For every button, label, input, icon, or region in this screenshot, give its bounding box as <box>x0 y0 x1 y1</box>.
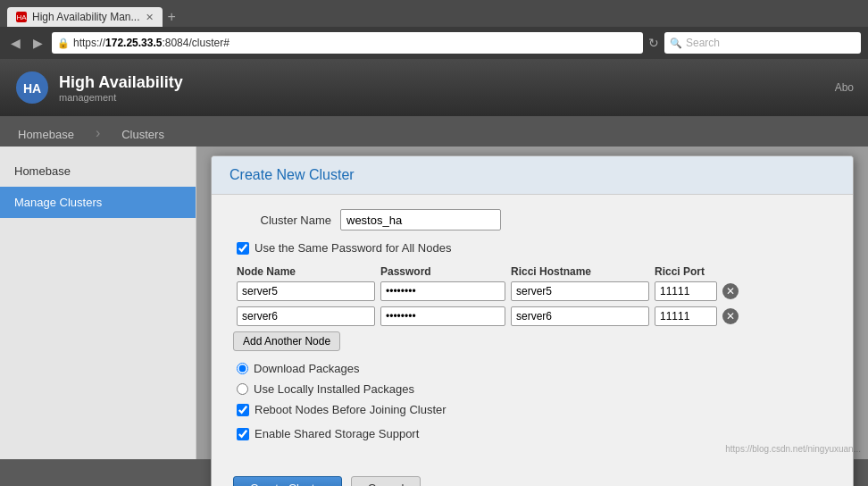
nav-tab-divider: › <box>92 120 104 147</box>
cluster-name-input[interactable] <box>340 209 501 230</box>
create-cluster-button[interactable]: Create Cluster <box>233 476 342 486</box>
same-password-checkbox[interactable] <box>237 242 249 255</box>
node-name-input-1[interactable] <box>237 306 375 326</box>
address-text: https://172.25.33.5:8084/cluster# <box>73 37 638 49</box>
app-subtitle: management <box>59 92 183 103</box>
sidebar: Homebase Manage Clusters <box>0 147 196 459</box>
forward-button[interactable]: ▶ <box>29 34 46 52</box>
shared-storage-row: Enable Shared Storage Support <box>237 427 831 440</box>
logo-icon: HA <box>14 70 50 105</box>
header-password: Password <box>380 265 505 278</box>
search-bar[interactable]: 🔍 Search <box>664 32 861 54</box>
app-title: High Availability <box>59 73 183 92</box>
download-packages-row: Download Packages <box>237 362 831 375</box>
create-cluster-modal: Create New Cluster Cluster Name Use the … <box>211 155 854 486</box>
watermark: https://blog.csdn.net/ningyuxuan... <box>725 444 861 454</box>
modal-header: Create New Cluster <box>212 156 853 195</box>
main-content: Create New Cluster Cluster Name Use the … <box>196 147 868 459</box>
modal-title: Create New Cluster <box>230 167 835 183</box>
reload-button[interactable]: ↻ <box>648 36 659 50</box>
header-ricci-hostname: Ricci Hostname <box>511 265 649 278</box>
add-another-node-button[interactable]: Add Another Node <box>233 331 340 351</box>
nav-tab-homebase[interactable]: Homebase <box>0 122 92 147</box>
header-ricci-port: Ricci Port <box>655 265 726 278</box>
node-port-input-0[interactable] <box>655 281 717 301</box>
modal-body: Cluster Name Use the Same Password for A… <box>212 195 853 465</box>
modal-footer: Create Cluster Cancel <box>212 465 853 486</box>
app-logo: HA High Availability management <box>14 70 183 105</box>
search-icon: 🔍 <box>670 38 682 49</box>
nodes-table-header: Node Name Password Ricci Hostname Ricci … <box>233 265 831 278</box>
node-port-input-1[interactable] <box>655 306 717 326</box>
delete-node-button-0[interactable]: ✕ <box>722 283 739 299</box>
new-tab-button[interactable]: + <box>163 9 181 25</box>
cluster-name-label: Cluster Name <box>233 214 331 227</box>
download-packages-radio[interactable] <box>237 363 248 374</box>
tab-favicon: HA <box>16 12 27 22</box>
svg-text:HA: HA <box>23 81 41 96</box>
content-area: Homebase Manage Clusters Create New Clus… <box>0 147 868 459</box>
shared-storage-label: Enable Shared Storage Support <box>255 427 419 440</box>
sidebar-item-homebase[interactable]: Homebase <box>0 155 196 187</box>
app-header-right: Abo <box>835 81 854 94</box>
same-password-label: Use the Same Password for All Nodes <box>255 241 451 255</box>
node-ricci-input-1[interactable] <box>511 306 649 326</box>
tab-title: High Availability Man... <box>32 11 140 23</box>
address-prefix: https:// <box>73 37 105 49</box>
search-placeholder: Search <box>686 37 720 49</box>
browser-tab[interactable]: HA High Availability Man... ✕ <box>7 7 163 27</box>
shared-storage-checkbox[interactable] <box>237 428 249 440</box>
app-container: HA High Availability management Abo Home… <box>0 59 868 459</box>
sidebar-item-manage-clusters[interactable]: Manage Clusters <box>0 187 196 218</box>
node-ricci-input-0[interactable] <box>511 281 649 301</box>
header-node-name: Node Name <box>237 265 375 278</box>
node-password-input-0[interactable] <box>380 281 505 301</box>
reboot-nodes-row: Reboot Nodes Before Joining Cluster <box>237 403 831 416</box>
modal-overlay: Create New Cluster Cluster Name Use the … <box>196 147 868 459</box>
download-packages-label: Download Packages <box>254 362 360 375</box>
cluster-name-row: Cluster Name <box>233 209 831 230</box>
address-suffix: :8084/cluster# <box>162 37 229 49</box>
node-password-input-1[interactable] <box>380 306 505 326</box>
lock-icon: 🔒 <box>57 38 70 49</box>
node-row-1: ✕ <box>233 306 831 326</box>
reboot-nodes-label: Reboot Nodes Before Joining Cluster <box>255 403 447 416</box>
local-packages-row: Use Locally Installed Packages <box>237 382 831 396</box>
app-header: HA High Availability management Abo <box>0 59 868 116</box>
tab-close-icon[interactable]: ✕ <box>146 12 154 23</box>
nav-tabs: Homebase › Clusters <box>0 116 868 147</box>
delete-node-button-1[interactable]: ✕ <box>722 308 739 324</box>
same-password-row: Use the Same Password for All Nodes <box>237 241 831 255</box>
local-packages-label: Use Locally Installed Packages <box>254 382 414 396</box>
address-bar-row: ◀ ▶ 🔒 https://172.25.33.5:8084/cluster# … <box>0 27 868 59</box>
node-row-0: ✕ <box>233 281 831 301</box>
address-host: 172.25.33.5 <box>105 37 162 49</box>
node-name-input-0[interactable] <box>237 281 375 301</box>
nav-tab-clusters[interactable]: Clusters <box>104 122 182 147</box>
local-packages-radio[interactable] <box>237 383 248 395</box>
back-button[interactable]: ◀ <box>7 34 24 52</box>
tab-bar: HA High Availability Man... ✕ + <box>0 0 868 27</box>
cancel-button[interactable]: Cancel <box>351 476 421 486</box>
reboot-nodes-checkbox[interactable] <box>237 404 249 416</box>
address-bar[interactable]: 🔒 https://172.25.33.5:8084/cluster# <box>52 32 643 54</box>
